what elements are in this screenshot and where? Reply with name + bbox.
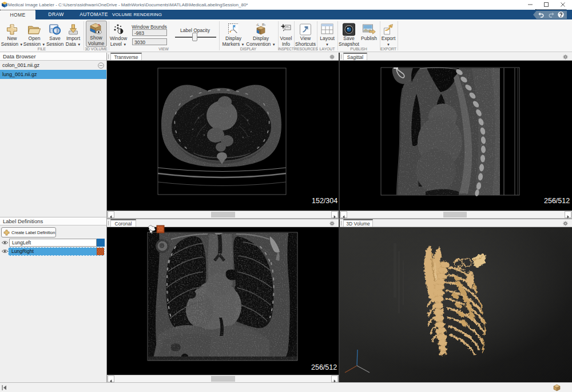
svg-text:‹L: ‹L (256, 23, 260, 26)
svg-text:R›: R› (262, 23, 265, 26)
